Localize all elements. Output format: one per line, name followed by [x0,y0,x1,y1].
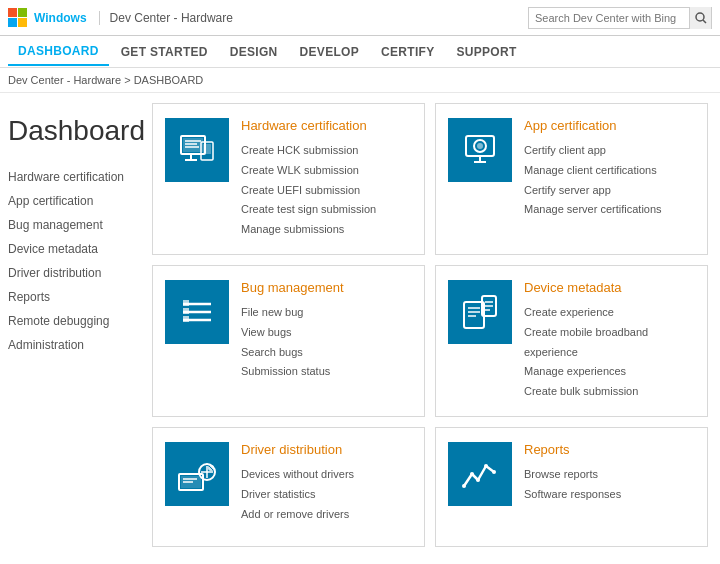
svg-point-47 [492,470,496,474]
svg-point-43 [462,484,466,488]
card-link-create-mobile-broadband-experience[interactable]: Create mobile broadband experience [524,323,695,363]
nav-item-dashboard[interactable]: DASHBOARD [8,38,109,66]
nav-item-design[interactable]: DESIGN [220,39,288,65]
card-link-search-bugs[interactable]: Search bugs [241,343,412,363]
card-link-certify-client-app[interactable]: Certify client app [524,141,695,161]
device-metadata-icon [448,280,512,344]
card-reports: ReportsBrowse reportsSoftware responses [435,427,708,547]
sidebar-item-reports[interactable]: Reports [8,285,132,309]
card-link-file-new-bug[interactable]: File new bug [241,303,412,323]
card-link-manage-submissions[interactable]: Manage submissions [241,220,412,240]
card-app-certification: App certificationCertify client appManag… [435,103,708,255]
card-link-manage-server-certifications[interactable]: Manage server certifications [524,200,695,220]
sidebar-item-administration[interactable]: Administration [8,333,132,357]
svg-rect-3 [18,18,27,27]
svg-rect-25 [183,316,189,322]
card-link-software-responses[interactable]: Software responses [524,485,695,505]
card-link-create-test-sign-submission[interactable]: Create test sign submission [241,200,412,220]
card-link-certify-server-app[interactable]: Certify server app [524,181,695,201]
site-title: Dev Center - Hardware [99,11,233,25]
dashboard-grid: Hardware certificationCreate HCK submiss… [140,93,720,557]
nav-bar: DASHBOARDGET STARTEDDESIGNDEVELOPCERTIFY… [0,36,720,68]
nav-item-certify[interactable]: CERTIFY [371,39,444,65]
svg-point-45 [476,478,480,482]
card-driver-distribution: Driver distributionDevices without drive… [152,427,425,547]
svg-rect-7 [183,138,203,152]
nav-item-support[interactable]: SUPPORT [446,39,526,65]
windows-icon [8,8,28,28]
nav-item-develop[interactable]: DEVELOP [290,39,369,65]
card-body-device-metadata: Device metadataCreate experienceCreate m… [524,280,695,402]
card-link-submission-status[interactable]: Submission status [241,362,412,382]
card-link-create-uefi-submission[interactable]: Create UEFI submission [241,181,412,201]
windows-logo: Windows [8,8,87,28]
main-content: Dashboard Hardware certificationApp cert… [0,93,720,557]
svg-rect-24 [183,308,189,314]
sidebar-item-hardware-certification[interactable]: Hardware certification [8,165,132,189]
card-title-bug-management: Bug management [241,280,412,295]
sidebar-item-bug-management[interactable]: Bug management [8,213,132,237]
search-icon [695,12,707,24]
card-link-devices-without-drivers[interactable]: Devices without drivers [241,465,412,485]
card-title-driver-distribution: Driver distribution [241,442,412,457]
card-body-hardware-certification: Hardware certificationCreate HCK submiss… [241,118,412,240]
windows-label: Windows [34,11,87,25]
card-title-device-metadata: Device metadata [524,280,695,295]
svg-point-17 [477,143,483,149]
card-link-driver-statistics[interactable]: Driver statistics [241,485,412,505]
sidebar: Dashboard Hardware certificationApp cert… [0,93,140,557]
breadcrumb: Dev Center - Hardware > DASHBOARD [0,68,720,93]
card-body-driver-distribution: Driver distributionDevices without drive… [241,442,412,532]
card-link-create-hck-submission[interactable]: Create HCK submission [241,141,412,161]
top-bar: Windows Dev Center - Hardware [0,0,720,36]
svg-rect-23 [183,300,189,306]
hardware-cert-icon [165,118,229,182]
reports-icon [448,442,512,506]
card-title-reports: Reports [524,442,695,457]
card-title-app-certification: App certification [524,118,695,133]
card-hardware-certification: Hardware certificationCreate HCK submiss… [152,103,425,255]
sidebar-item-driver-distribution[interactable]: Driver distribution [8,261,132,285]
svg-point-4 [696,13,704,21]
nav-item-get-started[interactable]: GET STARTED [111,39,218,65]
search-input[interactable] [529,12,689,24]
card-link-manage-client-certifications[interactable]: Manage client certifications [524,161,695,181]
card-link-manage-experiences[interactable]: Manage experiences [524,362,695,382]
sidebar-item-remote-debugging[interactable]: Remote debugging [8,309,132,333]
search-button[interactable] [689,7,711,29]
card-bug-management: Bug managementFile new bugView bugsSearc… [152,265,425,417]
svg-rect-12 [203,144,211,154]
search-box[interactable] [528,7,712,29]
svg-line-5 [703,20,706,23]
svg-rect-1 [18,8,27,17]
bug-management-icon [165,280,229,344]
svg-point-44 [470,472,474,476]
card-link-add-or-remove-drivers[interactable]: Add or remove drivers [241,505,412,525]
card-link-create-bulk-submission[interactable]: Create bulk submission [524,382,695,402]
card-device-metadata: Device metadataCreate experienceCreate m… [435,265,708,417]
sidebar-item-app-certification[interactable]: App certification [8,189,132,213]
card-title-hardware-certification: Hardware certification [241,118,412,133]
card-link-browse-reports[interactable]: Browse reports [524,465,695,485]
card-body-bug-management: Bug managementFile new bugView bugsSearc… [241,280,412,402]
svg-rect-2 [8,18,17,27]
svg-rect-0 [8,8,17,17]
card-body-reports: ReportsBrowse reportsSoftware responses [524,442,695,532]
card-body-app-certification: App certificationCertify client appManag… [524,118,695,240]
card-link-create-experience[interactable]: Create experience [524,303,695,323]
driver-dist-icon [165,442,229,506]
page-title: Dashboard [8,103,132,147]
card-link-view-bugs[interactable]: View bugs [241,323,412,343]
sidebar-item-device-metadata[interactable]: Device metadata [8,237,132,261]
svg-point-46 [484,464,488,468]
card-link-create-wlk-submission[interactable]: Create WLK submission [241,161,412,181]
app-cert-icon [448,118,512,182]
